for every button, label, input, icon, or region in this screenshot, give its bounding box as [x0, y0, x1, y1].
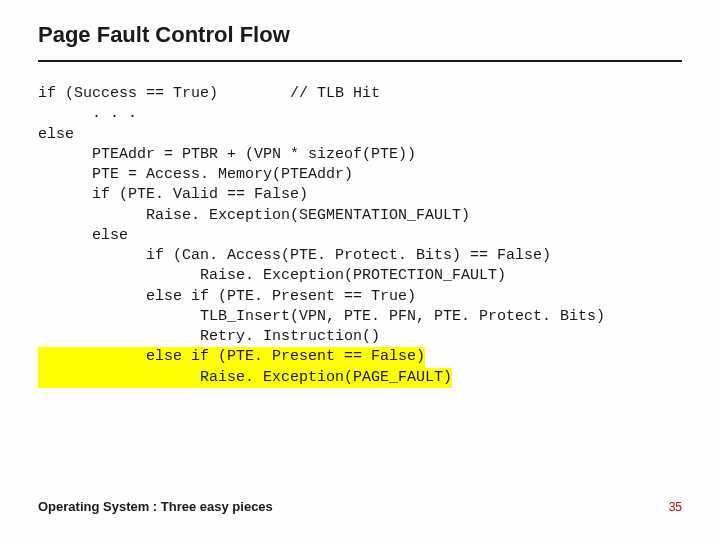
page-number: 35 [669, 500, 682, 514]
code-block: if (Success == True) // TLB Hit . . .els… [38, 84, 682, 388]
code-line: PTE = Access. Memory(PTEAddr) [38, 165, 682, 185]
code-line: if (PTE. Valid == False) [38, 185, 682, 205]
footer-source: Operating System : Three easy pieces [38, 499, 273, 514]
code-line: . . . [38, 104, 682, 124]
code-line: Raise. Exception(SEGMENTATION_FAULT) [38, 206, 682, 226]
highlighted-code: Raise. Exception(PAGE_FAULT) [38, 368, 452, 388]
title-divider [38, 60, 682, 62]
code-line: Raise. Exception(PAGE_FAULT) [38, 368, 682, 388]
code-line: PTEAddr = PTBR + (VPN * sizeof(PTE)) [38, 145, 682, 165]
page-title: Page Fault Control Flow [38, 22, 682, 48]
code-line: TLB_Insert(VPN, PTE. PFN, PTE. Protect. … [38, 307, 682, 327]
code-line: else [38, 226, 682, 246]
code-line: else [38, 125, 682, 145]
footer: Operating System : Three easy pieces 35 [38, 499, 682, 514]
code-line: if (Can. Access(PTE. Protect. Bits) == F… [38, 246, 682, 266]
code-line: if (Success == True) // TLB Hit [38, 84, 682, 104]
code-line: Retry. Instruction() [38, 327, 682, 347]
highlighted-code: else if (PTE. Present == False) [38, 347, 425, 367]
code-line: else if (PTE. Present == True) [38, 287, 682, 307]
code-line: Raise. Exception(PROTECTION_FAULT) [38, 266, 682, 286]
slide: Page Fault Control Flow if (Success == T… [0, 0, 720, 540]
code-line: else if (PTE. Present == False) [38, 347, 682, 367]
